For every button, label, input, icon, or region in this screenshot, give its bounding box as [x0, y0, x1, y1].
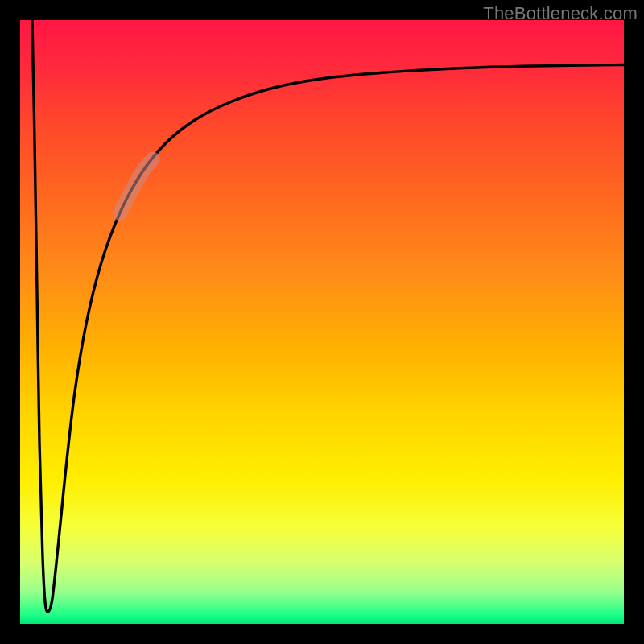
plot-background	[20, 20, 624, 624]
chart-svg	[0, 0, 644, 644]
watermark-label: TheBottleneck.com	[483, 3, 638, 24]
chart-stage: TheBottleneck.com	[0, 0, 644, 644]
